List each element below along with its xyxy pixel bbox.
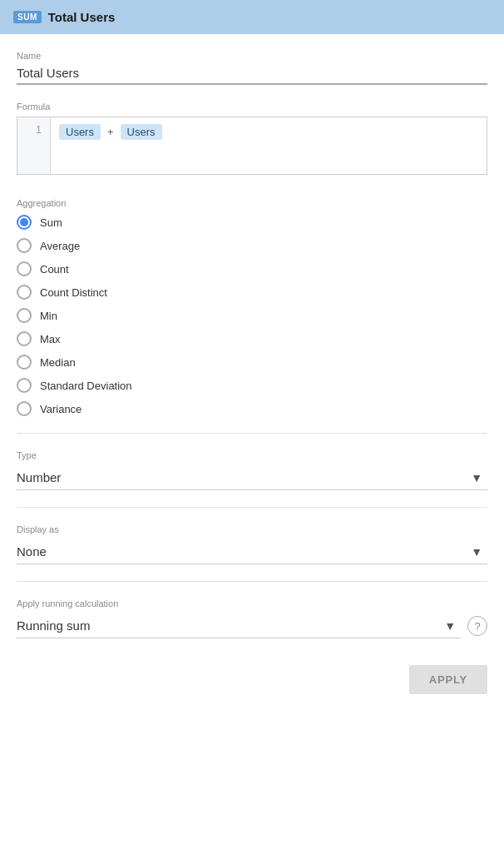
panel-title: Total Users bbox=[48, 10, 116, 24]
type-label: Type bbox=[17, 450, 487, 460]
running-calc-row: Running sum Running average Running tota… bbox=[17, 613, 487, 638]
radio-count[interactable]: Count bbox=[17, 261, 487, 276]
display-as-dropdown-wrapper: None Percent Currency ▼ bbox=[17, 539, 487, 564]
display-as-section: Display as None Percent Currency ▼ bbox=[17, 524, 487, 564]
formula-token-2: Users bbox=[121, 124, 162, 140]
radio-circle-count bbox=[17, 261, 32, 276]
aggregation-label: Aggregation bbox=[17, 198, 487, 208]
radio-circle-median bbox=[17, 355, 32, 370]
radio-circle-variance bbox=[17, 401, 32, 416]
aggregation-badge: SUM bbox=[13, 11, 42, 23]
display-as-label: Display as bbox=[17, 524, 487, 534]
formula-token-1: Users bbox=[59, 124, 101, 140]
divider-1 bbox=[17, 433, 487, 434]
running-calc-label: Apply running calculation bbox=[17, 598, 487, 608]
radio-circle-std-dev bbox=[17, 378, 32, 393]
radio-circle-sum bbox=[17, 215, 32, 230]
panel-content: Name Formula 1 Users + Users Aggregation… bbox=[0, 34, 504, 724]
radio-median[interactable]: Median bbox=[17, 355, 487, 370]
radio-label-sum: Sum bbox=[40, 216, 62, 229]
radio-circle-min bbox=[17, 308, 32, 323]
divider-3 bbox=[17, 581, 487, 582]
name-input[interactable] bbox=[17, 66, 487, 85]
apply-button[interactable]: APPLY bbox=[409, 665, 487, 694]
footer: APPLY bbox=[17, 665, 487, 711]
type-section: Type Number String Date ▼ bbox=[17, 450, 487, 490]
aggregation-section: Aggregation Sum Average Count Count Dist… bbox=[17, 198, 487, 416]
radio-label-count: Count bbox=[40, 263, 69, 276]
running-calc-select[interactable]: Running sum Running average Running tota… bbox=[17, 613, 461, 638]
radio-label-variance: Variance bbox=[40, 403, 82, 415]
radio-circle-average bbox=[17, 238, 32, 253]
radio-label-min: Min bbox=[40, 310, 57, 322]
radio-max[interactable]: Max bbox=[17, 331, 487, 346]
radio-label-std-dev: Standard Deviation bbox=[40, 380, 132, 392]
formula-line-numbers: 1 bbox=[17, 117, 51, 174]
radio-circle-max bbox=[17, 331, 32, 346]
help-icon[interactable]: ? bbox=[467, 616, 487, 636]
radio-label-median: Median bbox=[40, 356, 76, 369]
name-label: Name bbox=[17, 51, 487, 61]
radio-variance[interactable]: Variance bbox=[17, 401, 487, 416]
formula-section: Formula 1 Users + Users bbox=[17, 102, 487, 175]
radio-sum[interactable]: Sum bbox=[17, 215, 487, 230]
type-select[interactable]: Number String Date bbox=[17, 465, 487, 490]
formula-editor[interactable]: 1 Users + Users bbox=[17, 117, 487, 175]
formula-operator: + bbox=[106, 124, 116, 140]
radio-label-count-distinct: Count Distinct bbox=[40, 286, 107, 299]
radio-std-dev[interactable]: Standard Deviation bbox=[17, 378, 487, 393]
display-as-select[interactable]: None Percent Currency bbox=[17, 539, 487, 564]
running-calc-select-wrapper: Running sum Running average Running tota… bbox=[17, 613, 461, 638]
radio-count-distinct[interactable]: Count Distinct bbox=[17, 285, 487, 300]
radio-label-average: Average bbox=[40, 240, 80, 252]
formula-label: Formula bbox=[17, 102, 487, 112]
divider-2 bbox=[17, 507, 487, 508]
radio-label-max: Max bbox=[40, 333, 61, 345]
aggregation-radio-group: Sum Average Count Count Distinct Min Max bbox=[17, 215, 487, 416]
panel-header: SUM Total Users bbox=[0, 0, 504, 34]
radio-min[interactable]: Min bbox=[17, 308, 487, 323]
type-dropdown-wrapper: Number String Date ▼ bbox=[17, 465, 487, 490]
radio-circle-count-distinct bbox=[17, 285, 32, 300]
running-calc-section: Apply running calculation Running sum Ru… bbox=[17, 598, 487, 638]
formula-content: Users + Users bbox=[51, 117, 170, 174]
radio-average[interactable]: Average bbox=[17, 238, 487, 253]
radio-inner-sum bbox=[20, 218, 28, 226]
